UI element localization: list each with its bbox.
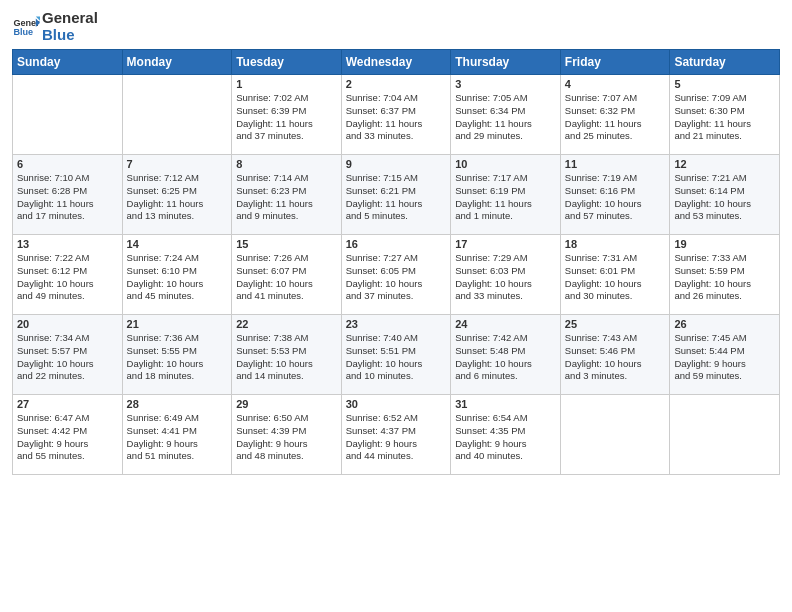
cell-content: Sunrise: 7:26 AMSunset: 6:07 PMDaylight:… xyxy=(236,252,337,303)
calendar-cell: 7Sunrise: 7:12 AMSunset: 6:25 PMDaylight… xyxy=(122,155,232,235)
day-number: 11 xyxy=(565,158,666,170)
header-cell-saturday: Saturday xyxy=(670,50,780,75)
header-cell-tuesday: Tuesday xyxy=(232,50,342,75)
logo-icon: General Blue xyxy=(12,13,40,41)
cell-content: Sunrise: 7:12 AMSunset: 6:25 PMDaylight:… xyxy=(127,172,228,223)
day-number: 3 xyxy=(455,78,556,90)
calendar-cell xyxy=(670,395,780,475)
svg-text:Blue: Blue xyxy=(13,27,33,37)
cell-content: Sunrise: 7:04 AMSunset: 6:37 PMDaylight:… xyxy=(346,92,447,143)
calendar-cell: 22Sunrise: 7:38 AMSunset: 5:53 PMDayligh… xyxy=(232,315,342,395)
day-number: 13 xyxy=(17,238,118,250)
day-number: 18 xyxy=(565,238,666,250)
day-number: 25 xyxy=(565,318,666,330)
cell-content: Sunrise: 7:05 AMSunset: 6:34 PMDaylight:… xyxy=(455,92,556,143)
week-row-2: 13Sunrise: 7:22 AMSunset: 6:12 PMDayligh… xyxy=(13,235,780,315)
day-number: 19 xyxy=(674,238,775,250)
calendar-cell: 29Sunrise: 6:50 AMSunset: 4:39 PMDayligh… xyxy=(232,395,342,475)
logo: General Blue General Blue xyxy=(12,10,98,43)
calendar-cell: 21Sunrise: 7:36 AMSunset: 5:55 PMDayligh… xyxy=(122,315,232,395)
cell-content: Sunrise: 7:09 AMSunset: 6:30 PMDaylight:… xyxy=(674,92,775,143)
day-number: 12 xyxy=(674,158,775,170)
logo-blue: Blue xyxy=(42,27,98,44)
day-number: 16 xyxy=(346,238,447,250)
cell-content: Sunrise: 7:43 AMSunset: 5:46 PMDaylight:… xyxy=(565,332,666,383)
logo-general: General xyxy=(42,10,98,27)
calendar-cell: 31Sunrise: 6:54 AMSunset: 4:35 PMDayligh… xyxy=(451,395,561,475)
calendar-cell: 16Sunrise: 7:27 AMSunset: 6:05 PMDayligh… xyxy=(341,235,451,315)
day-number: 14 xyxy=(127,238,228,250)
page: General Blue General Blue SundayMondayTu… xyxy=(0,0,792,612)
calendar-cell: 28Sunrise: 6:49 AMSunset: 4:41 PMDayligh… xyxy=(122,395,232,475)
calendar-cell: 5Sunrise: 7:09 AMSunset: 6:30 PMDaylight… xyxy=(670,75,780,155)
day-number: 9 xyxy=(346,158,447,170)
cell-content: Sunrise: 7:24 AMSunset: 6:10 PMDaylight:… xyxy=(127,252,228,303)
cell-content: Sunrise: 7:19 AMSunset: 6:16 PMDaylight:… xyxy=(565,172,666,223)
header-cell-wednesday: Wednesday xyxy=(341,50,451,75)
cell-content: Sunrise: 7:34 AMSunset: 5:57 PMDaylight:… xyxy=(17,332,118,383)
calendar-cell xyxy=(13,75,123,155)
cell-content: Sunrise: 7:29 AMSunset: 6:03 PMDaylight:… xyxy=(455,252,556,303)
cell-content: Sunrise: 6:47 AMSunset: 4:42 PMDaylight:… xyxy=(17,412,118,463)
day-number: 15 xyxy=(236,238,337,250)
cell-content: Sunrise: 7:07 AMSunset: 6:32 PMDaylight:… xyxy=(565,92,666,143)
header: General Blue General Blue xyxy=(12,10,780,43)
cell-content: Sunrise: 7:36 AMSunset: 5:55 PMDaylight:… xyxy=(127,332,228,383)
calendar-cell: 11Sunrise: 7:19 AMSunset: 6:16 PMDayligh… xyxy=(560,155,670,235)
header-row: SundayMondayTuesdayWednesdayThursdayFrid… xyxy=(13,50,780,75)
day-number: 4 xyxy=(565,78,666,90)
calendar-cell: 24Sunrise: 7:42 AMSunset: 5:48 PMDayligh… xyxy=(451,315,561,395)
header-cell-friday: Friday xyxy=(560,50,670,75)
calendar-cell xyxy=(560,395,670,475)
day-number: 7 xyxy=(127,158,228,170)
day-number: 17 xyxy=(455,238,556,250)
calendar-header: SundayMondayTuesdayWednesdayThursdayFrid… xyxy=(13,50,780,75)
calendar-cell: 10Sunrise: 7:17 AMSunset: 6:19 PMDayligh… xyxy=(451,155,561,235)
day-number: 2 xyxy=(346,78,447,90)
header-cell-monday: Monday xyxy=(122,50,232,75)
week-row-1: 6Sunrise: 7:10 AMSunset: 6:28 PMDaylight… xyxy=(13,155,780,235)
cell-content: Sunrise: 7:21 AMSunset: 6:14 PMDaylight:… xyxy=(674,172,775,223)
day-number: 1 xyxy=(236,78,337,90)
calendar-cell: 9Sunrise: 7:15 AMSunset: 6:21 PMDaylight… xyxy=(341,155,451,235)
calendar-cell xyxy=(122,75,232,155)
calendar-cell: 3Sunrise: 7:05 AMSunset: 6:34 PMDaylight… xyxy=(451,75,561,155)
calendar-cell: 6Sunrise: 7:10 AMSunset: 6:28 PMDaylight… xyxy=(13,155,123,235)
week-row-0: 1Sunrise: 7:02 AMSunset: 6:39 PMDaylight… xyxy=(13,75,780,155)
cell-content: Sunrise: 7:14 AMSunset: 6:23 PMDaylight:… xyxy=(236,172,337,223)
header-cell-sunday: Sunday xyxy=(13,50,123,75)
day-number: 31 xyxy=(455,398,556,410)
header-cell-thursday: Thursday xyxy=(451,50,561,75)
calendar-cell: 23Sunrise: 7:40 AMSunset: 5:51 PMDayligh… xyxy=(341,315,451,395)
day-number: 22 xyxy=(236,318,337,330)
day-number: 10 xyxy=(455,158,556,170)
calendar-body: 1Sunrise: 7:02 AMSunset: 6:39 PMDaylight… xyxy=(13,75,780,475)
cell-content: Sunrise: 7:42 AMSunset: 5:48 PMDaylight:… xyxy=(455,332,556,383)
day-number: 29 xyxy=(236,398,337,410)
cell-content: Sunrise: 7:31 AMSunset: 6:01 PMDaylight:… xyxy=(565,252,666,303)
cell-content: Sunrise: 7:38 AMSunset: 5:53 PMDaylight:… xyxy=(236,332,337,383)
cell-content: Sunrise: 6:54 AMSunset: 4:35 PMDaylight:… xyxy=(455,412,556,463)
day-number: 28 xyxy=(127,398,228,410)
day-number: 5 xyxy=(674,78,775,90)
calendar-cell: 17Sunrise: 7:29 AMSunset: 6:03 PMDayligh… xyxy=(451,235,561,315)
cell-content: Sunrise: 7:02 AMSunset: 6:39 PMDaylight:… xyxy=(236,92,337,143)
calendar-cell: 18Sunrise: 7:31 AMSunset: 6:01 PMDayligh… xyxy=(560,235,670,315)
cell-content: Sunrise: 7:15 AMSunset: 6:21 PMDaylight:… xyxy=(346,172,447,223)
calendar-table: SundayMondayTuesdayWednesdayThursdayFrid… xyxy=(12,49,780,475)
calendar-cell: 27Sunrise: 6:47 AMSunset: 4:42 PMDayligh… xyxy=(13,395,123,475)
cell-content: Sunrise: 6:50 AMSunset: 4:39 PMDaylight:… xyxy=(236,412,337,463)
cell-content: Sunrise: 7:22 AMSunset: 6:12 PMDaylight:… xyxy=(17,252,118,303)
calendar-cell: 14Sunrise: 7:24 AMSunset: 6:10 PMDayligh… xyxy=(122,235,232,315)
day-number: 24 xyxy=(455,318,556,330)
day-number: 21 xyxy=(127,318,228,330)
calendar-cell: 19Sunrise: 7:33 AMSunset: 5:59 PMDayligh… xyxy=(670,235,780,315)
day-number: 8 xyxy=(236,158,337,170)
day-number: 27 xyxy=(17,398,118,410)
calendar-cell: 8Sunrise: 7:14 AMSunset: 6:23 PMDaylight… xyxy=(232,155,342,235)
cell-content: Sunrise: 7:17 AMSunset: 6:19 PMDaylight:… xyxy=(455,172,556,223)
week-row-3: 20Sunrise: 7:34 AMSunset: 5:57 PMDayligh… xyxy=(13,315,780,395)
cell-content: Sunrise: 7:33 AMSunset: 5:59 PMDaylight:… xyxy=(674,252,775,303)
calendar-cell: 4Sunrise: 7:07 AMSunset: 6:32 PMDaylight… xyxy=(560,75,670,155)
day-number: 20 xyxy=(17,318,118,330)
